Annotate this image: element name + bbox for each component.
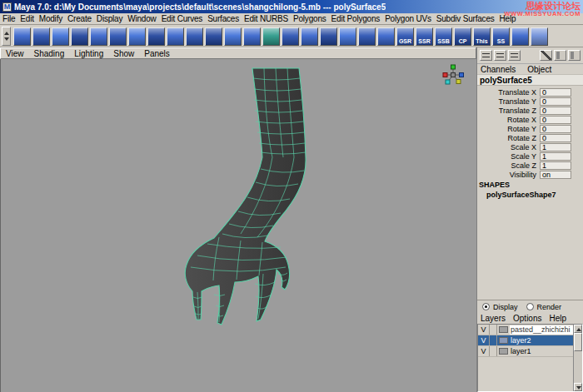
- shape-name[interactable]: polySurfaceShape7: [477, 191, 583, 201]
- layer-visibility-toggle[interactable]: V: [478, 346, 490, 356]
- shelf-icon[interactable]: [243, 27, 261, 46]
- shelf-icon[interactable]: SSR: [416, 27, 433, 46]
- render-radio[interactable]: [526, 303, 534, 310]
- shelf-icon[interactable]: [358, 27, 376, 46]
- menu-item[interactable]: Help: [497, 14, 519, 23]
- channel-slider-mode-icon[interactable]: [480, 50, 492, 61]
- layer-playback-cell[interactable]: [490, 335, 497, 345]
- shelf-icon[interactable]: [511, 27, 529, 46]
- menu-item[interactable]: Edit NURBS: [242, 14, 291, 23]
- channel-value-field[interactable]: 0: [540, 97, 571, 106]
- shelf-icon[interactable]: [128, 27, 146, 46]
- menu-item[interactable]: Modify: [37, 14, 65, 23]
- channel-value-field[interactable]: 0: [540, 116, 571, 124]
- menu-item[interactable]: Polygon UVs: [382, 14, 434, 23]
- layer-menu-item[interactable]: Layers: [481, 314, 506, 323]
- shelf-icon[interactable]: SSB: [435, 27, 452, 46]
- channel-label[interactable]: Scale Y: [477, 152, 540, 161]
- scroll-thumb[interactable]: [574, 333, 582, 351]
- titlebar[interactable]: M Maya 7.0: d:\My Documents\maya\project…: [0, 0, 583, 13]
- channel-label[interactable]: Rotate Y: [477, 125, 540, 133]
- menu-item[interactable]: Polygons: [291, 14, 329, 23]
- menu-item[interactable]: Surfaces: [205, 14, 242, 23]
- layer-visibility-toggle[interactable]: V: [478, 335, 490, 345]
- display-radio[interactable]: [482, 303, 490, 310]
- shelf-tab-switcher[interactable]: [2, 27, 11, 46]
- channel-value-field[interactable]: 0: [540, 88, 571, 97]
- layer-color-swatch[interactable]: [499, 337, 508, 344]
- shelf-icon[interactable]: [52, 27, 69, 46]
- channelbox-layout-icon[interactable]: [554, 50, 566, 61]
- shelf-icon[interactable]: This: [473, 27, 491, 46]
- scroll-down-icon[interactable]: [574, 383, 582, 391]
- layer-editor-layout-icon[interactable]: [568, 50, 581, 61]
- menu-item[interactable]: Display: [94, 14, 125, 23]
- claw-model[interactable]: [1, 59, 476, 392]
- shelf-icon[interactable]: [13, 27, 31, 46]
- shelf-icon[interactable]: [147, 27, 165, 46]
- channelbox-menu-item[interactable]: Object: [527, 65, 551, 74]
- panel-menu-item[interactable]: Shading: [29, 49, 70, 58]
- channel-speed-mode-icon[interactable]: [494, 50, 506, 61]
- panel-menu-item[interactable]: Lighting: [69, 49, 108, 58]
- shelf-icon[interactable]: [531, 27, 548, 46]
- shelf-icon[interactable]: [224, 27, 242, 46]
- layer-visibility-toggle[interactable]: V: [478, 325, 490, 335]
- layer-playback-cell[interactable]: [490, 346, 497, 356]
- channel-label[interactable]: Scale X: [477, 143, 540, 151]
- channel-label[interactable]: Scale Z: [477, 161, 540, 170]
- channel-value-field[interactable]: 0: [540, 125, 571, 133]
- channel-value-field[interactable]: on: [540, 171, 571, 179]
- layer-menu-item[interactable]: Help: [549, 314, 566, 323]
- channel-label[interactable]: Translate Z: [477, 107, 540, 115]
- shelf-icon[interactable]: [32, 27, 50, 46]
- shelf-icon[interactable]: [339, 27, 356, 46]
- shelf-icon[interactable]: CP: [454, 27, 471, 46]
- object-name-field[interactable]: polySurface5: [477, 75, 583, 86]
- shelf-icon[interactable]: GSR: [396, 27, 414, 46]
- layer-row[interactable]: V layer1: [478, 346, 573, 357]
- channel-label[interactable]: Translate Y: [477, 97, 540, 106]
- layer-name[interactable]: layer1: [510, 347, 573, 355]
- channel-value-field[interactable]: 0: [540, 134, 571, 142]
- channel-value-field[interactable]: 0: [540, 107, 571, 115]
- layer-name[interactable]: layer2: [510, 336, 573, 345]
- shelf-icon[interactable]: [320, 27, 337, 46]
- layer-row[interactable]: V layer2: [478, 335, 573, 346]
- shelf-icon[interactable]: [90, 27, 107, 46]
- shelf-icon[interactable]: [282, 27, 299, 46]
- shelf-icon[interactable]: [205, 27, 222, 46]
- shelf-icon[interactable]: [71, 27, 88, 46]
- tool-settings-icon[interactable]: [540, 50, 552, 61]
- shelf-icon[interactable]: [186, 27, 203, 46]
- panel-menu-item[interactable]: Show: [108, 49, 139, 58]
- shelf-icon[interactable]: [167, 27, 184, 46]
- shelf-icon[interactable]: [109, 27, 127, 46]
- layer-name[interactable]: pasted__zhichizhi: [510, 325, 573, 335]
- shelf-icon[interactable]: [377, 27, 395, 46]
- menu-item[interactable]: Subdiv Surfaces: [434, 14, 497, 23]
- channel-label[interactable]: Translate X: [477, 88, 540, 97]
- menu-item[interactable]: Edit Curves: [159, 14, 206, 23]
- menu-item[interactable]: File: [0, 14, 17, 23]
- channel-value-field[interactable]: 1: [540, 143, 571, 151]
- panel-menu-item[interactable]: View: [1, 49, 29, 58]
- menu-item[interactable]: Window: [125, 14, 158, 23]
- channel-manipulator-icon[interactable]: [508, 50, 521, 61]
- menu-item[interactable]: Create: [65, 14, 94, 23]
- channel-label[interactable]: Rotate X: [477, 116, 540, 124]
- layer-playback-cell[interactable]: [490, 325, 497, 335]
- channel-value-field[interactable]: 1: [540, 161, 571, 170]
- shelf-icon[interactable]: [262, 27, 280, 46]
- menu-item[interactable]: Edit: [17, 14, 36, 23]
- shelf-icon[interactable]: SS: [492, 27, 510, 46]
- layer-menu-item[interactable]: Options: [513, 314, 541, 323]
- layer-row[interactable]: V pasted__zhichizhi: [478, 325, 573, 335]
- layer-color-swatch[interactable]: [499, 326, 508, 333]
- channel-label[interactable]: Visibility: [477, 171, 540, 179]
- channel-value-field[interactable]: 1: [540, 152, 571, 161]
- channelbox-menu-item[interactable]: Channels: [481, 65, 516, 74]
- layer-color-swatch[interactable]: [499, 348, 508, 355]
- channel-label[interactable]: Rotate Z: [477, 134, 540, 142]
- layer-list-scrollbar[interactable]: [573, 325, 582, 391]
